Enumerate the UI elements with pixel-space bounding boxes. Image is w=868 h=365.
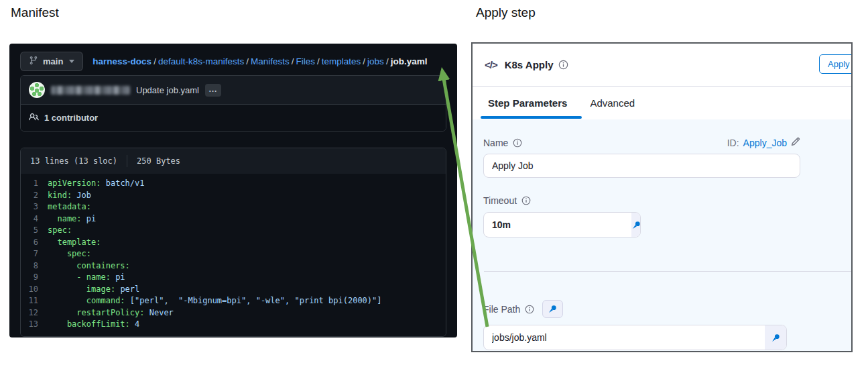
- pin-toggle-button[interactable]: [765, 325, 786, 350]
- contributors-row[interactable]: 1 contributor: [21, 104, 446, 131]
- breadcrumb: harness-docs/default-k8s-manifests/Manif…: [92, 56, 427, 66]
- file-size: 250 Bytes: [137, 156, 180, 166]
- chevron-down-icon: [69, 60, 74, 63]
- breadcrumb-segment-link[interactable]: Files: [296, 56, 316, 66]
- line-number: 13: [21, 319, 48, 331]
- commit-more-button[interactable]: …: [205, 84, 221, 97]
- step-tabs: Step Parameters Advanced: [473, 86, 851, 119]
- yaml-value: pi: [82, 214, 97, 223]
- line-number: 6: [21, 237, 48, 249]
- code-line: 11 command: ["perl", "-Mbignum=bpi", "-w…: [21, 295, 446, 307]
- yaml-value: perl: [115, 284, 139, 294]
- file-path-field: [483, 325, 787, 350]
- info-icon[interactable]: [513, 138, 522, 148]
- code-line: 10 image: perl: [21, 284, 446, 296]
- latest-commit-box: Update job.yaml … 1 contributor: [20, 75, 446, 132]
- timeout-input[interactable]: [484, 213, 631, 237]
- breadcrumb-segment-link[interactable]: default-k8s-manifests: [158, 56, 244, 66]
- yaml-key: name:: [48, 214, 82, 223]
- file-path-label-text: File Path: [483, 304, 520, 315]
- breadcrumb-repo-link[interactable]: harness-docs: [92, 56, 151, 66]
- yaml-key: restartPolicy:: [48, 308, 145, 317]
- contributors-label: 1 contributor: [44, 113, 98, 123]
- yaml-key: spec:: [48, 249, 91, 258]
- step-panel-header: </> K8s Apply Apply: [473, 44, 851, 86]
- line-number: 7: [21, 248, 48, 260]
- line-number: 11: [21, 295, 48, 307]
- breadcrumb-segment-link[interactable]: templates: [322, 56, 361, 66]
- manifest-section-heading: Manifest: [11, 5, 59, 20]
- k8s-apply-step-panel: </> K8s Apply Apply Step Parameters Adva…: [471, 42, 853, 352]
- breadcrumb-separator: /: [151, 56, 158, 66]
- code-line: 7 spec:: [21, 248, 446, 260]
- info-icon[interactable]: [525, 305, 534, 314]
- breadcrumb-segment-link[interactable]: jobs: [367, 56, 384, 66]
- line-number: 12: [21, 307, 48, 319]
- file-path-input[interactable]: [484, 325, 765, 350]
- code-line: 5spec:: [21, 225, 446, 237]
- code-line: 3metadata:: [21, 201, 446, 213]
- page: Manifest Apply step main harness-docs/de…: [0, 0, 868, 365]
- id-label: ID:: [727, 138, 739, 148]
- commit-message-link[interactable]: Update job.yaml: [136, 85, 199, 95]
- github-file-panel: main harness-docs/default-k8s-manifests/…: [9, 44, 457, 337]
- branch-name: main: [43, 56, 63, 66]
- yaml-key: image:: [48, 284, 115, 294]
- pin-toggle-button[interactable]: [631, 213, 641, 237]
- name-input[interactable]: [483, 154, 800, 178]
- github-topbar: main harness-docs/default-k8s-manifests/…: [9, 44, 457, 71]
- code-line: 12 restartPolicy: Never: [21, 307, 446, 319]
- divider: [127, 155, 127, 167]
- yaml-key: template:: [48, 238, 101, 247]
- name-field-label: Name: [483, 138, 522, 148]
- code-step-icon: </>: [485, 59, 497, 70]
- line-number: 9: [21, 272, 48, 284]
- git-branch-icon: [29, 56, 38, 67]
- breadcrumb-current-file: job.yaml: [391, 56, 428, 66]
- yaml-key: command:: [48, 296, 125, 305]
- commit-author-redacted: [51, 86, 130, 95]
- line-number: 2: [21, 190, 48, 202]
- edit-pencil-icon[interactable]: [791, 137, 800, 148]
- line-number: 1: [21, 178, 48, 190]
- yaml-key: - name:: [48, 272, 111, 282]
- pin-icon: [771, 333, 781, 343]
- step-id-value[interactable]: Apply_Job: [743, 138, 787, 148]
- apply-changes-button[interactable]: Apply: [819, 54, 853, 74]
- code-line: 1apiVersion: batch/v1: [21, 178, 446, 190]
- people-icon: [29, 112, 39, 124]
- file-meta-header: 13 lines (13 sloc) 250 Bytes: [21, 148, 446, 174]
- pin-toggle-button[interactable]: [542, 300, 563, 318]
- timeout-label-text: Timeout: [483, 195, 517, 206]
- line-number: 5: [21, 225, 48, 237]
- code-line: 4 name: pi: [21, 213, 446, 225]
- breadcrumb-separator: /: [244, 56, 251, 66]
- code-line: 8 containers:: [21, 260, 446, 272]
- step-id-group: ID: Apply_Job: [727, 137, 800, 148]
- breadcrumb-separator: /: [384, 56, 391, 66]
- commit-author-avatar[interactable]: [29, 82, 45, 98]
- info-icon[interactable]: [558, 60, 568, 70]
- branch-selector-button[interactable]: main: [20, 52, 83, 71]
- pin-icon: [631, 220, 641, 230]
- tab-step-parameters[interactable]: Step Parameters: [488, 87, 567, 119]
- yaml-key: apiVersion:: [48, 178, 101, 188]
- step-parameters-form: Name ID: Apply_Job Timeout: [473, 119, 851, 351]
- tab-advanced[interactable]: Advanced: [590, 87, 635, 119]
- code-line: 9 - name: pi: [21, 272, 446, 284]
- code-line: 6 template:: [21, 237, 446, 249]
- line-number: 8: [21, 260, 48, 272]
- yaml-code-view: 1apiVersion: batch/v1 2kind: Job 3metada…: [21, 174, 446, 336]
- yaml-key: backoffLimit:: [48, 319, 130, 329]
- yaml-value: 4: [130, 319, 139, 329]
- info-icon[interactable]: [521, 196, 531, 205]
- yaml-key: containers:: [48, 261, 130, 270]
- yaml-value: ["perl", "-Mbignum=bpi", "-wle", "print …: [125, 296, 382, 305]
- breadcrumb-segment-link[interactable]: Manifests: [251, 56, 290, 66]
- yaml-value: Job: [72, 191, 91, 200]
- breadcrumb-separator: /: [315, 56, 322, 66]
- file-path-label-row: File Path: [483, 300, 841, 318]
- apply-step-section-heading: Apply step: [476, 5, 536, 20]
- pin-icon: [548, 304, 558, 314]
- breadcrumb-separator: /: [361, 56, 367, 66]
